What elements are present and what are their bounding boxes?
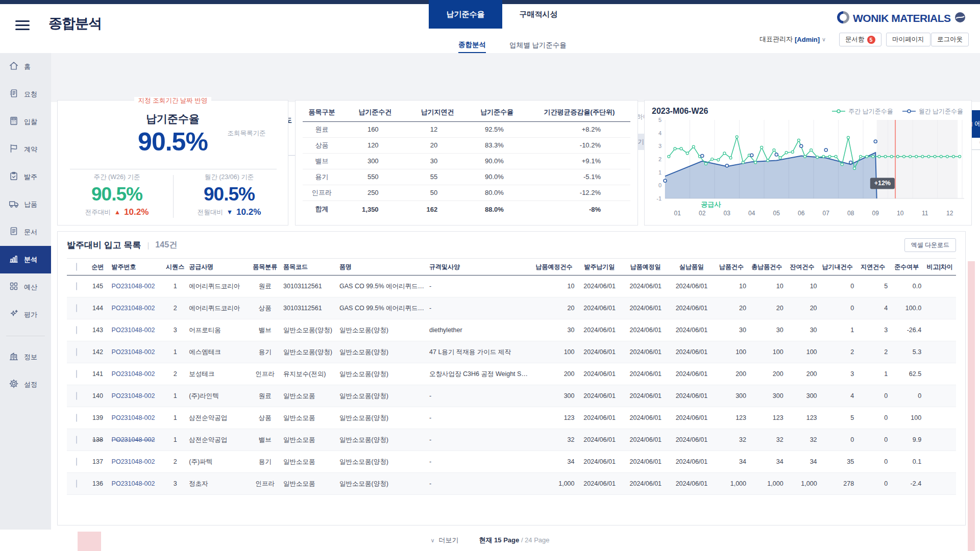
order-table-row[interactable]: 142PO231048-0021에스엠테크용기일반소모품(양청)일반소모품(양청… <box>67 341 956 363</box>
sidebar-item-label: 문서 <box>24 228 37 237</box>
logo-ring-icon <box>837 11 849 26</box>
po-number-link[interactable]: PO231048-002 <box>110 319 164 341</box>
cell: 0 <box>819 276 856 297</box>
order-table-row[interactable]: 143PO231048-0023어프로티움밸브일반소모품(양청)일반소모품(양청… <box>67 319 956 341</box>
select-all-checkbox[interactable] <box>76 263 77 271</box>
load-more-button[interactable]: ∨ 더보기 <box>430 536 458 545</box>
po-number-link[interactable]: PO231048-002 <box>110 276 164 297</box>
cell: 일반소모품 <box>281 451 337 473</box>
scroll-highlight-strip <box>968 261 975 551</box>
subtab-vendor-compliance[interactable]: 업체별 납기준수율 <box>509 38 567 53</box>
docbox-button[interactable]: 문서함 5 <box>839 33 881 46</box>
sidebar-item-analysis[interactable]: 분석 <box>0 246 51 273</box>
column-header: 비고|차이 <box>923 259 956 276</box>
row-checkbox[interactable] <box>76 370 77 378</box>
row-checkbox[interactable] <box>76 392 77 400</box>
column-header: 준수여부 <box>890 259 923 276</box>
value-cell: 90.0% <box>465 153 528 169</box>
po-number-link[interactable]: PO231048-002 <box>110 407 164 429</box>
cell: 2024/06/01 <box>577 297 623 319</box>
cell: 10 <box>748 276 786 297</box>
sidebar-item-home[interactable]: 홈 <box>0 53 51 81</box>
order-table: 순번발주번호시퀀스공급사명품목분류품목코드품명규격및사양납품예정건수발주납기일납… <box>67 258 956 495</box>
po-number-link[interactable]: PO231048-002 <box>110 429 164 451</box>
value-cell: 162 <box>409 201 466 218</box>
settings-icon <box>8 378 19 391</box>
kpi-title: 납기준수율 <box>58 112 288 126</box>
po-number-link[interactable]: PO231048-002 <box>110 473 164 495</box>
cell: 123 <box>786 407 819 429</box>
cell: (주)파텍 <box>187 451 249 473</box>
row-checkbox[interactable] <box>76 282 77 290</box>
kpi-monthly: 월간 (23/06) 기준 90.5% 전월대비 ▼ 10.2% <box>178 173 280 217</box>
excel-download-button[interactable]: 엑셀 다운로드 <box>904 238 956 252</box>
row-checkbox[interactable] <box>76 348 77 356</box>
row-checkbox[interactable] <box>76 480 77 488</box>
cell: -2.4 <box>890 473 923 495</box>
divider <box>173 175 174 218</box>
row-checkbox[interactable] <box>76 304 77 312</box>
cell: 4 <box>819 385 856 407</box>
cell: 2024/06/01 <box>577 473 623 495</box>
category-cell: 상품 <box>303 137 341 153</box>
order-table-row[interactable]: 144PO231048-0022에어리퀴드코리아상품30103112561GAS… <box>67 297 956 319</box>
value-cell: 20 <box>409 137 466 153</box>
order-table-row[interactable]: 139PO231048-0021삼전순약공업상품일반소모품일반소모품(양청)-1… <box>67 407 956 429</box>
svg-text:10: 10 <box>897 210 904 217</box>
sidebar-item-contract[interactable]: 계약 <box>0 136 51 163</box>
user-menu[interactable]: 대표관리자 [Admin] ∨ <box>760 35 826 44</box>
row-checkbox[interactable] <box>76 436 77 444</box>
value-cell: 92.5% <box>465 121 528 137</box>
po-number-link[interactable]: PO231048-002 <box>110 451 164 473</box>
cell: 62.5 <box>890 363 923 385</box>
row-checkbox[interactable] <box>76 414 77 422</box>
sidebar-item-document[interactable]: 문서 <box>0 218 51 246</box>
order-table-row[interactable]: 137PO231048-0022(주)파텍용기일반소모품일반소모품(양청)-34… <box>67 451 956 473</box>
budget-icon <box>8 281 19 294</box>
po-number-link[interactable]: PO231048-002 <box>110 297 164 319</box>
po-number-link[interactable]: PO231048-002 <box>110 363 164 385</box>
cell: 밸브 <box>249 429 281 451</box>
tab-purchase-timeliness[interactable]: 구매적시성 <box>513 0 564 29</box>
hamburger-menu-icon[interactable] <box>15 20 30 31</box>
order-table-row[interactable]: 145PO231048-0021에어리퀴드코리아원료30103112561GAS… <box>67 276 956 297</box>
sidebar-item-label: 입찰 <box>24 117 37 127</box>
kpi-weekly: 주간 (W26) 기준 90.5% 전주대비 ▲ 10.2% <box>66 173 168 217</box>
row-checkbox[interactable] <box>76 458 77 466</box>
mypage-button[interactable]: 마이페이지 <box>886 33 930 46</box>
sidebar-item-settings[interactable]: 설정 <box>0 371 51 398</box>
sidebar-item-label: 납품 <box>24 200 37 209</box>
sidebar-item-request[interactable]: 요청 <box>0 81 51 108</box>
category-cell: 밸브 <box>303 153 341 169</box>
sidebar-item-info[interactable]: 정보 <box>0 343 51 371</box>
cell: 2024/06/01 <box>623 363 669 385</box>
cell: 139 <box>86 407 109 429</box>
legend-item[interactable]: 월간 납기준수율 <box>902 107 963 116</box>
sidebar-item-budget[interactable]: 예산 <box>0 273 51 301</box>
order-table-row[interactable]: 140PO231048-0021(주)라인텍원료일반소모품일반소모품(양청)-3… <box>67 385 956 407</box>
legend-item[interactable]: 주간 납기준수율 <box>832 107 893 116</box>
value-cell: 83.3% <box>465 137 528 153</box>
cell: 2024/06/01 <box>669 319 715 341</box>
po-number-link[interactable]: PO231048-002 <box>110 385 164 407</box>
column-header: 발주번호 <box>110 259 164 276</box>
po-number-link[interactable]: PO231048-002 <box>110 341 164 363</box>
cell: 1,000 <box>748 473 786 495</box>
row-checkbox[interactable] <box>76 326 77 334</box>
sidebar-item-evaluation[interactable]: 평가 <box>0 301 51 329</box>
cell: 2 <box>819 341 856 363</box>
order-table-row[interactable]: 136PO231048-0023정초자인프라일반소모품일반소모품(양청)-1,0… <box>67 473 956 495</box>
order-table-row[interactable]: 141PO231048-0022보성테크인프라유지보수(전의)일반소모품(양청)… <box>67 363 956 385</box>
order-table-row[interactable]: 138PO231048-0021삼전순약공업밸브일반소모품일반소모품(양청)-3… <box>67 429 956 451</box>
sidebar-item-delivery[interactable]: 납품 <box>0 191 51 218</box>
cell: 일반소모품(양청) <box>281 319 337 341</box>
sidebar-item-order[interactable]: 발주 <box>0 163 51 191</box>
sidebar-item-bid[interactable]: 입찰 <box>0 108 51 136</box>
cell: 일반소모품(양청) <box>337 363 427 385</box>
logout-button[interactable]: 로그아웃 <box>931 33 969 46</box>
subtab-overall-analysis[interactable]: 종합분석 <box>458 38 486 53</box>
tab-delivery-compliance[interactable]: 납기준수율 <box>429 0 502 29</box>
column-header: 시퀀스 <box>163 259 187 276</box>
cell: 에어리퀴드코리아 <box>187 297 249 319</box>
summary-row: 밸브3003090.0%+9.1% <box>303 153 630 169</box>
